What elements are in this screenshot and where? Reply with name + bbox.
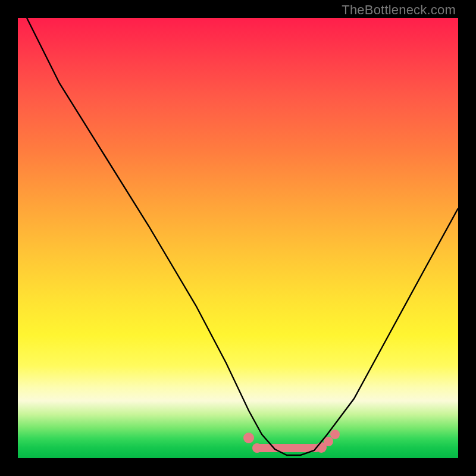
plot-area — [18, 18, 458, 458]
chart-svg — [18, 18, 458, 458]
svg-point-0 — [243, 433, 254, 443]
optimal-band — [243, 430, 340, 453]
bottleneck-curve-path — [27, 18, 458, 455]
svg-point-4 — [324, 437, 333, 446]
chart-stage: TheBottleneck.com — [0, 0, 476, 476]
svg-point-2 — [252, 443, 262, 453]
svg-point-5 — [330, 430, 340, 439]
svg-rect-1 — [255, 444, 320, 452]
watermark-text: TheBottleneck.com — [342, 2, 456, 18]
